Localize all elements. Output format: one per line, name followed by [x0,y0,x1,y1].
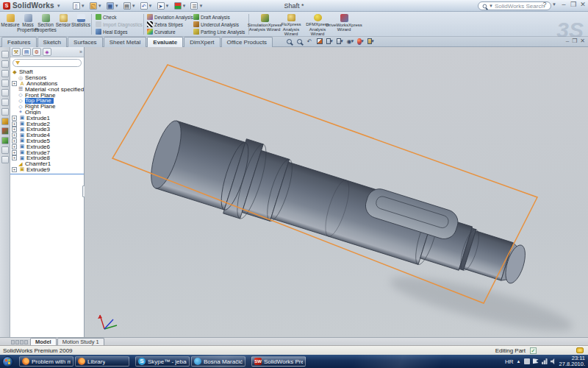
taskbar-button-skype[interactable]: S Skype™ - jebach... [135,356,190,367]
taskbar-button-firefox-2[interactable]: Library [75,356,129,367]
tray-expand-icon[interactable]: ▲ [517,359,521,364]
tab-evaluate[interactable]: Evaluate [147,37,183,47]
taskbar-button-contact[interactable]: Bosna Maračić [191,356,245,367]
flag-tray-icon[interactable] [533,358,539,364]
import-diagnostics-button[interactable]: Import Diagnostics [96,21,141,28]
docked-toolbar-icon[interactable] [1,108,9,116]
network-tray-icon[interactable] [542,358,548,364]
help-dropdown-icon[interactable]: ▼ [551,2,558,7]
tree-item-chamfer1[interactable]: ◢Chamfer1 [12,161,84,167]
new-button[interactable]: ▯▼ [71,1,87,10]
apply-scene-button[interactable]: ▼ [368,38,375,45]
tree-item-extrude6[interactable]: +▣Extrude6 [12,144,84,149]
print-button[interactable]: ▤▼ [122,1,137,10]
edit-appearance-button[interactable]: ▼ [357,38,365,45]
zoom-fit-button[interactable] [285,38,293,45]
parting-line-analysis-button[interactable]: Parting Line Analysis [193,29,246,35]
expand-icon[interactable]: + [12,144,17,149]
docked-toolbar-icon[interactable] [1,89,9,96]
dimxpert-manager-tab-icon[interactable]: ◈ [43,48,51,56]
deviation-analysis-button[interactable]: Deviation Analysis [147,14,191,21]
panel-overflow-chevron-icon[interactable]: » [79,49,82,54]
close-button[interactable]: ✕ [579,1,587,8]
tree-item-extrude1[interactable]: +▣Extrude1 [12,115,84,121]
sensor-button[interactable]: Sensor [54,13,72,36]
graphics-viewport[interactable] [85,47,588,337]
simulationxpress-wizard-button[interactable]: SimulationXpress Analysis Wizard [251,13,278,36]
docked-toolbar-icon[interactable] [1,118,9,125]
taskbar-button-firefox-1[interactable]: Problem with ma... [19,356,74,367]
tree-item-extrude3[interactable]: +▣Extrude3 [12,127,84,132]
tree-item-extrude8[interactable]: +▣Extrude8 [12,155,84,161]
hide-show-items-button[interactable]: ◉▼ [347,38,354,45]
tab-sketch[interactable]: Sketch [37,37,67,47]
help-button[interactable]: ? [541,1,548,8]
expand-icon[interactable]: + [12,150,17,155]
volume-tray-icon[interactable] [551,358,556,364]
open-button[interactable]: ◱▼ [88,1,104,10]
property-manager-tab-icon[interactable]: ▤ [22,48,31,56]
docked-toolbar-icon[interactable] [1,146,9,154]
tree-item-origin[interactable]: ⌖Origin [12,110,84,116]
taskbar-button-solidworks[interactable]: SW SolidWorks Prem... [251,356,306,367]
display-style-button[interactable]: ▼ [337,38,344,45]
tab-surfaces[interactable]: Surfaces [68,37,103,47]
docked-toolbar-icon[interactable] [1,79,9,87]
expand-icon[interactable]: + [12,132,17,138]
tree-item-extrude9[interactable]: +▣Extrude9 [12,167,84,173]
tree-item-extrude7[interactable]: +▣Extrude7 [12,149,84,155]
minimize-button[interactable]: – [560,1,567,8]
search-input[interactable]: ▼ SolidWorks Search [478,1,551,10]
zebra-stripes-button[interactable]: Zebra Stripes [147,21,191,28]
app-menu[interactable]: S SolidWorks ▼ [0,1,64,10]
tree-item-annotations[interactable]: +AAnnotations [12,81,84,87]
tab-office-products[interactable]: Office Products [221,37,273,47]
search-scope-dropdown-icon[interactable]: ▼ [489,4,493,8]
section-view-button[interactable] [316,38,323,45]
view-orientation-button[interactable]: ▼ [326,38,334,45]
tree-item-shaft[interactable]: ◆Shaft [12,69,84,75]
tree-item-top-plane[interactable]: ◇Top Plane [12,98,84,104]
model-canvas[interactable] [85,47,588,337]
quick-tips-icon[interactable] [576,347,584,353]
tree-item-front-plane[interactable]: ◇Front Plane [12,92,84,98]
docked-toolbar-icon[interactable] [1,51,9,58]
configuration-manager-tab-icon[interactable]: ⚙ [32,48,41,56]
display-tray-icon[interactable] [524,358,530,364]
undo-button[interactable]: ↶▼ [139,1,154,10]
expand-icon[interactable]: + [12,81,17,86]
check-button[interactable]: Check [96,14,141,21]
tree-filter-input[interactable] [12,59,82,67]
expand-icon[interactable]: + [12,138,17,144]
docked-toolbar-icon[interactable] [1,99,9,106]
tab-motion-study[interactable]: Motion Study 1 [57,338,104,345]
feature-tree-tab-icon[interactable]: ⚒ [12,48,21,56]
tree-item-sensors[interactable]: ◎Sensors [12,75,84,81]
curvature-button[interactable]: Curvature [147,29,191,35]
expand-icon[interactable]: + [12,167,17,172]
tab-features[interactable]: Features [1,37,37,47]
start-button[interactable] [2,356,13,367]
docked-toolbar-icon[interactable] [1,156,9,163]
draft-analysis-button[interactable]: Draft Analysis [193,14,246,21]
docked-toolbar-icon[interactable] [1,70,9,77]
doc-close-button[interactable]: ✕ [580,38,585,44]
select-button[interactable]: ➤▼ [156,1,171,10]
tab-scroll-controls[interactable] [11,340,28,344]
tree-item-material[interactable]: ☰Material <not specified> [12,86,84,92]
statistics-button[interactable]: Statistics [72,13,90,36]
doc-minimize-button[interactable]: – [566,38,569,44]
undercut-analysis-button[interactable]: Undercut Analysis [193,21,246,28]
options-button[interactable]: ☰▼ [189,1,204,10]
expand-icon[interactable]: + [12,116,17,121]
taskbar-clock[interactable]: 23:11 27.8.2010. [559,355,587,367]
language-indicator[interactable]: HR [505,358,514,365]
chevron-down-icon[interactable]: ▼ [57,4,61,8]
previous-view-button[interactable]: ↶ [306,38,313,45]
section-properties-button[interactable]: Section Properties [37,13,54,36]
restore-button[interactable]: ❒ [570,1,577,8]
tree-item-extrude4[interactable]: +▣Extrude4 [12,132,84,138]
doc-restore-button[interactable]: ❒ [572,38,577,44]
expand-icon[interactable]: + [12,127,17,132]
docked-toolbar-icon[interactable] [1,137,9,144]
